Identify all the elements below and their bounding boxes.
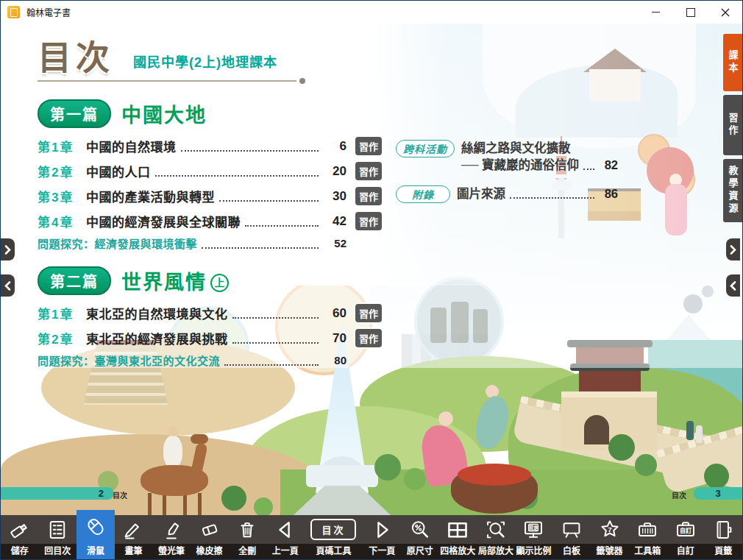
toolbar-item-toc-list[interactable]: 回目次 [39,515,77,559]
chapter-page-number: 30 [323,189,346,204]
toolbar-item-label: 橡皮擦 [191,544,229,559]
toolbar-item-page-tab[interactable]: 頁籤 [704,515,742,559]
toolbar-item-custom-case[interactable]: 自訂自訂 [666,515,705,559]
left-edge-prev-arrow[interactable] [1,274,15,297]
page-button-icon: 目次 [305,515,363,544]
close-button[interactable] [708,1,742,24]
tree [254,497,273,515]
toolbar-item-next-arrow[interactable]: 下一頁 [363,515,401,559]
toolbar-item-four-grid[interactable]: 四格放大 [439,515,477,559]
toc-list-icon [39,515,77,544]
toolbar-item-whiteboard[interactable]: 白板 [552,515,591,559]
section-chapter-list: 第1章東北亞的自然環境與文化60習作第2章東北亞的經濟發展與挑戰70習作問題探究… [38,301,382,370]
camel [141,465,208,496]
chapter-title: 中國的產業活動與轉型 [86,187,215,205]
camel-leg [163,493,166,515]
workbook-badge[interactable]: 習作 [355,137,382,155]
toolbar-item-page-button[interactable]: 目次頁碼工具 [305,515,363,559]
toolbox-icon [628,515,666,544]
left-edge-next-arrow[interactable] [1,238,15,260]
explore-title: 問題探究：臺灣與東北亞的文化交流 [38,352,220,368]
monument-base [306,465,378,487]
toolbar-item-trash[interactable]: 全刪 [228,515,266,559]
chapter-number: 第2章 [38,162,86,180]
toolbar-item-zoom-percent[interactable]: 原尺寸 [401,515,439,559]
toolbar-item-label: 籤號器 [591,544,629,559]
explore-page-number: 52 [323,237,346,249]
toolbar-item-label: 白板 [552,544,591,559]
toc-extra-row[interactable]: 附錄圖片來源86 [396,185,618,203]
zoom-area-icon [477,515,515,544]
side-tab-workbook[interactable]: 習作 [723,95,742,155]
explore-title: 問題探究：經濟發展與環境衝擊 [38,235,197,251]
maximize-button[interactable] [673,1,708,24]
toolbar-item-label: 四格放大 [439,544,477,559]
extra-body: 圖片來源86 [457,185,618,202]
gate-tower [579,371,641,391]
toolbar-item-eraser[interactable]: 橡皮擦 [191,515,229,559]
toolbar-item-label: 滑鼠 [77,544,115,559]
tree [221,486,246,511]
svg-text:7: 7 [608,525,612,534]
dots-leader [155,166,319,177]
minimize-button[interactable] [639,1,673,24]
side-tab-textbook[interactable]: 課本 [723,34,742,91]
section-title: 世界風情上 [121,266,229,295]
toc-chapter-row[interactable]: 第1章東北亞的自然環境與文化60習作 [38,301,382,326]
app-window: 翰林電子書 [0,0,743,560]
workbook-badge[interactable]: 習作 [355,304,382,322]
toolbar-item-label: 頁籤 [704,544,742,559]
toc-chapter-row[interactable]: 第2章東北亞的經濟發展與挑戰70習作 [38,326,382,351]
right-page-pill: 3 [694,487,742,500]
toc-chapter-row[interactable]: 第1章中國的自然環境6習作 [38,134,382,159]
chapter-page-number: 6 [323,139,346,154]
extra-line: 圖片來源86 [457,185,618,202]
toolbar-item-mouse[interactable]: 滑鼠 [77,510,115,559]
close-icon [721,8,730,17]
toc-explore-row[interactable]: 問題探究：臺灣與東北亞的文化交流80 [38,351,382,370]
toolbar-item-pen[interactable]: 畫筆 [115,515,153,559]
camel-rider-head [168,427,178,436]
custom-case-icon: 自訂 [666,515,705,544]
toolbar-item-label: 回目次 [39,544,77,559]
toolbar-item-prev-arrow[interactable]: 上一頁 [266,515,305,559]
toc-explore-row[interactable]: 問題探究：經濟發展與環境衝擊52 [38,234,382,253]
toc-chapter-row[interactable]: 第2章中國的人口20習作 [38,159,382,184]
section-badge: 第一篇 [38,99,111,128]
section-header: 第二篇 世界風情上 [38,266,382,295]
page-content: 目次 國民中學(2上)地理課本 第一篇 中國大地 第1章中國的自然環境6習作第2… [1,24,742,515]
header-divider [38,80,296,82]
right-edge-prev-arrow[interactable] [726,274,740,297]
camel-leg [148,493,152,515]
toolbar-item-usb-save[interactable]: 儲存 [1,515,39,559]
workbook-badge[interactable]: 習作 [355,329,382,347]
toolbar-item-star-number[interactable]: 7籤號器 [591,515,629,559]
toolbar-item-label: 儲存 [1,544,39,559]
chapter-number: 第1章 [38,304,86,322]
toolbar-item-toolbox[interactable]: 工具箱 [628,515,666,559]
side-tab-teaching-resources[interactable]: 教學資源 [723,159,742,222]
dots-leader [583,161,594,170]
extra-page-number: 86 [599,185,618,202]
toolbar-item-display-ratio[interactable]: 固定顯示比例 [515,515,553,559]
toolbar-item-label: 原尺寸 [401,544,439,559]
toolbar-item-highlighter[interactable]: 螢光筆 [152,515,191,559]
dots-leader [232,308,319,319]
section-header: 第一篇 中國大地 [38,99,382,128]
toc-chapter-row[interactable]: 第4章中國的經濟發展與全球關聯42習作 [38,209,382,234]
tree [704,464,729,489]
section-title: 中國大地 [121,99,207,128]
workbook-badge[interactable]: 習作 [355,187,382,205]
toc-extra-row[interactable]: 跨科活動絲綢之路與文化擴散── 寶藏巖的通俗信仰82 [396,140,618,174]
chapter-title: 中國的經濟發展與全球關聯 [86,212,241,230]
workbook-badge[interactable]: 習作 [355,162,382,180]
right-edge-next-arrow[interactable] [726,238,740,260]
tree [608,434,635,461]
pen-icon [115,515,153,544]
dots-leader [219,191,319,202]
workbook-badge[interactable]: 習作 [355,212,382,230]
toolbar-item-label: 頁碼工具 [305,544,363,559]
toc-chapter-row[interactable]: 第3章中國的產業活動與轉型30習作 [38,184,382,209]
toolbar-item-zoom-area[interactable]: 局部放大 [477,515,515,559]
dots-leader [245,216,319,227]
